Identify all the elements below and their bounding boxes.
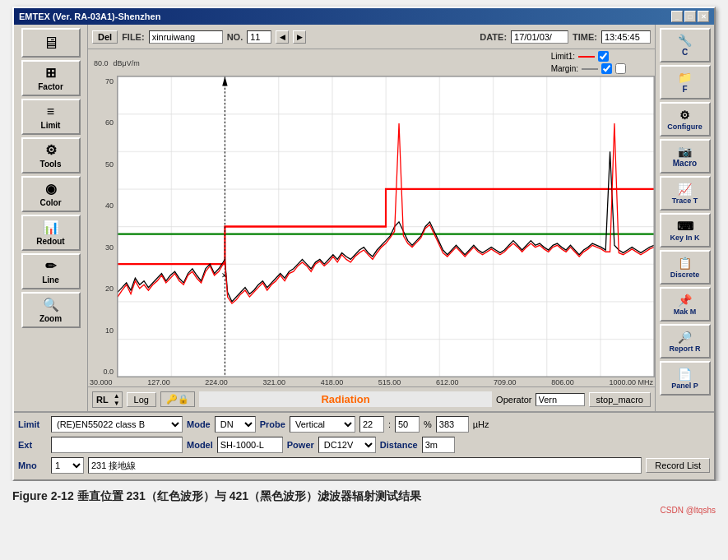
stop-macro-button[interactable]: stop_macro bbox=[589, 392, 651, 407]
tools-label: Tools bbox=[40, 160, 62, 169]
y-tick-20: 20 bbox=[105, 285, 114, 293]
right-btn-mak[interactable]: 📌 Mak M bbox=[660, 287, 711, 322]
minimize-button[interactable]: _ bbox=[671, 11, 683, 22]
mode-select[interactable]: DN bbox=[215, 416, 256, 433]
field3-input[interactable] bbox=[436, 416, 469, 433]
right-btn-trace[interactable]: 📈 Trace T bbox=[660, 176, 711, 211]
file-icon: 📁 bbox=[678, 71, 692, 84]
right-btn-macro[interactable]: 📷 Macro bbox=[660, 139, 711, 174]
y-tick-10: 10 bbox=[105, 326, 114, 335]
right-btn-c[interactable]: 🔧 C bbox=[660, 28, 711, 62]
distance-panel-label: Distance bbox=[380, 440, 418, 450]
margin-label: Margin: bbox=[551, 64, 578, 73]
x-tick-1000: 1000.00 MHz bbox=[609, 378, 653, 386]
time-label: TIME: bbox=[573, 32, 597, 42]
right-btn-keyin[interactable]: ⌨ Key In K bbox=[660, 213, 711, 248]
x-tick-709: 709.00 bbox=[494, 378, 517, 386]
date-input[interactable] bbox=[511, 30, 568, 44]
y-tick-40: 40 bbox=[105, 201, 114, 210]
tools-icon: ⚙ bbox=[45, 142, 57, 158]
watermark: CSDN @ltqshs bbox=[661, 506, 716, 515]
chart-svg: ✕ bbox=[118, 76, 654, 377]
close-button[interactable]: ✕ bbox=[698, 11, 709, 22]
sidebar-btn-tools[interactable]: ⚙ Tools bbox=[21, 137, 81, 174]
redout-label: Redout bbox=[36, 237, 64, 246]
sidebar-btn-redout[interactable]: 📊 Redout bbox=[21, 215, 81, 251]
mak-icon: 📌 bbox=[678, 294, 692, 307]
field1-input[interactable] bbox=[359, 416, 384, 433]
next-button[interactable]: ▶ bbox=[293, 30, 306, 44]
legend-margin: Margin: bbox=[551, 63, 626, 74]
color-icon: ◉ bbox=[45, 181, 57, 197]
factor-icon: ⊞ bbox=[45, 65, 56, 81]
rl-up[interactable]: ▲ bbox=[112, 392, 122, 400]
margin-checkbox[interactable] bbox=[601, 63, 612, 74]
chart-area[interactable]: ✕ bbox=[117, 76, 655, 377]
time-input[interactable] bbox=[601, 30, 651, 44]
limit-select[interactable]: (RE)EN55022 class B bbox=[51, 416, 183, 433]
sidebar-btn-factor[interactable]: ⊞ Factor bbox=[21, 60, 81, 96]
file-input[interactable] bbox=[149, 30, 223, 44]
right-btn-panel[interactable]: 📄 Panel P bbox=[660, 361, 711, 396]
left-sidebar: 🖥 ⊞ Factor ≡ Limit ⚙ Tools ◉ Color bbox=[14, 25, 88, 411]
top-toolbar: Del FILE: NO. ◀ ▶ DATE: TIME: bbox=[88, 25, 655, 49]
operator-input[interactable] bbox=[536, 393, 585, 406]
panel-row-1: Limit (RE)EN55022 class B Mode DN Probe … bbox=[18, 415, 710, 433]
limit-label: Limit bbox=[41, 121, 61, 130]
y-tick-50: 50 bbox=[105, 160, 114, 169]
y-unit-label: dBμV/m bbox=[112, 59, 140, 67]
no-input[interactable] bbox=[247, 30, 271, 44]
power-panel-label: Power bbox=[287, 440, 314, 450]
prev-button[interactable]: ◀ bbox=[276, 30, 289, 44]
file-label: FILE: bbox=[122, 32, 145, 42]
top-icon[interactable]: 🖥 bbox=[21, 28, 81, 58]
key-icon: 🔑🔒 bbox=[160, 391, 195, 407]
factor-label: Factor bbox=[38, 82, 63, 91]
mno-panel-label: Mno bbox=[18, 460, 47, 470]
right-btn-discrete[interactable]: 📋 Discrete bbox=[660, 250, 711, 285]
window-body: 🖥 ⊞ Factor ≡ Limit ⚙ Tools ◉ Color bbox=[14, 25, 714, 411]
file-label-r: F bbox=[682, 85, 687, 94]
mno-select[interactable]: 1 bbox=[51, 457, 84, 474]
field2-input[interactable] bbox=[395, 416, 420, 433]
record-list-button[interactable]: Record List bbox=[646, 458, 710, 473]
ext-input[interactable] bbox=[51, 437, 183, 453]
rl-label: RL bbox=[93, 393, 112, 406]
right-btn-file[interactable]: 📁 F bbox=[660, 65, 711, 100]
c-icon: 🔧 bbox=[678, 34, 692, 47]
sidebar-btn-line[interactable]: ✏ Line bbox=[21, 253, 81, 289]
right-btn-report[interactable]: 🔎 Report R bbox=[660, 324, 711, 359]
c-label: C bbox=[682, 48, 688, 57]
radiation-label: Radiation bbox=[199, 391, 492, 407]
caption-text: Figure 2-12 垂直位置 231（红色波形）与 421（黑色波形）滤波器… bbox=[12, 489, 421, 502]
rl-down[interactable]: ▼ bbox=[112, 400, 122, 407]
caption-area: Figure 2-12 垂直位置 231（红色波形）与 421（黑色波形）滤波器… bbox=[0, 481, 728, 508]
hz-label: % bbox=[424, 419, 432, 429]
right-btn-configure[interactable]: ⚙ Configure bbox=[660, 102, 711, 137]
ext-panel-label: Ext bbox=[18, 440, 47, 450]
main-window: EMTEX (Ver. RA-03A1)-Shenzhen _ □ ✕ 🖥 ⊞ … bbox=[12, 7, 716, 481]
model-input[interactable] bbox=[217, 437, 283, 453]
sidebar-btn-zoom[interactable]: 🔍 Zoom bbox=[21, 292, 81, 328]
redout-icon: 📊 bbox=[43, 220, 59, 235]
x-tick-127: 127.00 bbox=[147, 378, 170, 386]
log-button[interactable]: Log bbox=[127, 392, 156, 407]
bottom-toolbar: RL ▲ ▼ Log 🔑🔒 Radiation Operator stop_ma… bbox=[88, 386, 655, 411]
x-tick-30: 30.000 bbox=[90, 378, 113, 386]
window-controls: _ □ ✕ bbox=[671, 11, 709, 22]
x-tick-224: 224.00 bbox=[205, 378, 228, 386]
distance-input[interactable] bbox=[422, 437, 455, 453]
watermark-text: CSDN @ltqshs bbox=[661, 506, 716, 515]
sidebar-btn-color[interactable]: ◉ Color bbox=[21, 176, 81, 212]
limit1-checkbox[interactable] bbox=[598, 51, 609, 62]
mno-text-input[interactable] bbox=[88, 457, 642, 474]
del-button[interactable]: Del bbox=[92, 30, 118, 44]
margin-checkbox2[interactable] bbox=[615, 63, 626, 74]
no-label: NO. bbox=[227, 32, 243, 42]
power-select[interactable]: DC12V bbox=[318, 437, 376, 453]
y-tick-0: 0.0 bbox=[103, 368, 114, 376]
probe-select[interactable]: Vertical bbox=[290, 416, 355, 433]
sidebar-btn-limit[interactable]: ≡ Limit bbox=[21, 99, 81, 135]
maximize-button[interactable]: □ bbox=[684, 11, 696, 22]
color-label: Color bbox=[39, 198, 61, 207]
